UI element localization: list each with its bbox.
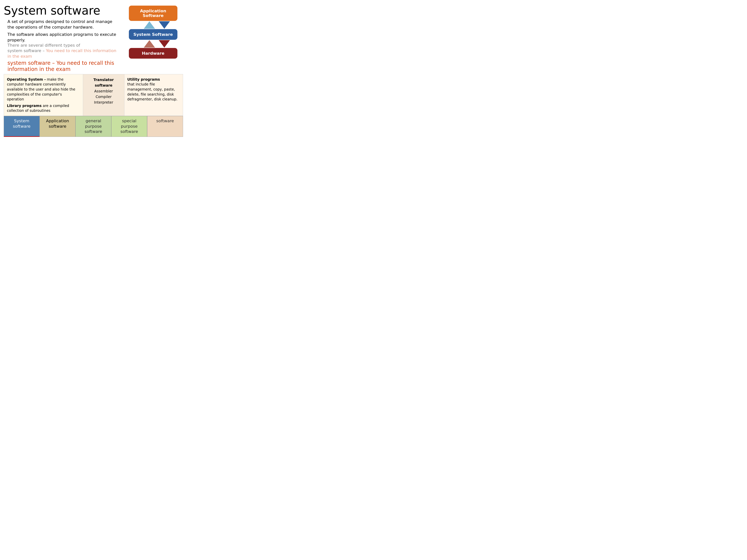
recall-text: system software – You need to recall thi… (7, 60, 120, 72)
translator-box: Translator software Assembler Compiler I… (83, 74, 124, 116)
os-label: Operating System - (7, 77, 46, 81)
svg-marker-0 (144, 21, 155, 29)
translator-compiler: Compiler (86, 94, 121, 100)
svg-marker-1 (159, 21, 170, 29)
arrows-2 (129, 40, 177, 48)
translator-interpreter: Interpreter (86, 100, 121, 105)
cat-system-software: System software (4, 116, 40, 137)
translator-assembler: Assembler (86, 88, 121, 94)
top-section: System software A set of programs design… (4, 4, 183, 72)
utility-label: Utility programs (127, 77, 160, 81)
os-box: Operating System - make the computer har… (4, 74, 83, 116)
description1: A set of programs designed to control an… (7, 19, 120, 30)
cat-software: software (147, 116, 183, 137)
bottom-categories: System software Application software gen… (4, 116, 183, 137)
application-software-box: Application Software (129, 6, 177, 21)
svg-marker-3 (159, 40, 170, 48)
overlapping-block: The software allows application programs… (7, 32, 120, 59)
utility-text: that include file management, copy, past… (127, 82, 178, 101)
library-label: Library programs (7, 104, 42, 108)
translator-label: Translator software (86, 77, 121, 88)
middle-section: Operating System - make the computer har… (4, 74, 183, 116)
cat-special-purpose: special purpose software (111, 116, 147, 137)
svg-marker-2 (144, 40, 155, 48)
page-title: System software (4, 4, 120, 17)
overlapping-text2: system software – You need to recall thi… (7, 48, 120, 59)
arrows-1 (129, 21, 177, 29)
cat-application-software: Application software (40, 116, 75, 137)
library-description: Library programs are a compiled collecti… (7, 103, 80, 113)
left-text-area: System software A set of programs design… (4, 4, 120, 72)
overlapping-text1: There are several different types of (7, 43, 120, 48)
os-description: Operating System - make the computer har… (7, 77, 80, 102)
hardware-box: Hardware (129, 48, 177, 59)
cat-general-purpose: general purpose software (75, 116, 111, 137)
utility-box: Utility programs that include file manag… (124, 74, 183, 116)
system-software-box: System Software (129, 29, 177, 40)
utility-description: Utility programs that include file manag… (127, 77, 180, 102)
description2: The software allows application programs… (7, 32, 120, 43)
software-diagram: Application Software System Software Har… (123, 4, 183, 72)
